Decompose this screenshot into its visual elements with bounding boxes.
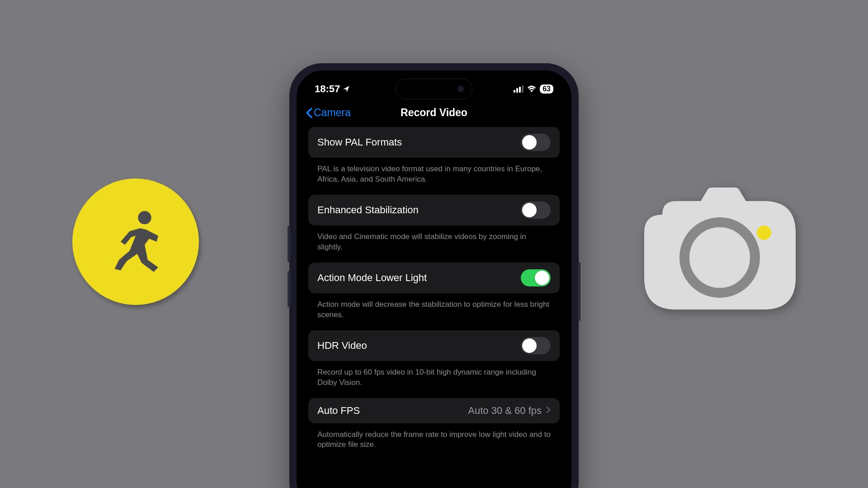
- camera-app-icon: [644, 188, 796, 310]
- svg-rect-6: [522, 85, 524, 93]
- svg-rect-5: [519, 87, 521, 93]
- volume-down-button: [288, 271, 290, 307]
- show-pal-formats-row[interactable]: Show PAL Formats: [308, 127, 560, 158]
- volume-up-button: [288, 226, 290, 262]
- wifi-icon: [527, 85, 536, 93]
- action-mode-lower-light-row[interactable]: Action Mode Lower Light: [308, 263, 560, 293]
- iphone-frame: 18:57 63: [289, 63, 579, 488]
- setting-label: Show PAL Formats: [317, 136, 402, 148]
- setting-label: Action Mode Lower Light: [317, 272, 427, 284]
- page-title: Record Video: [401, 107, 467, 119]
- setting-value: Auto 30 & 60 fps: [468, 405, 542, 417]
- hdr-video-row[interactable]: HDR Video: [308, 330, 560, 361]
- cellular-icon: [514, 85, 524, 93]
- setting-description: Automatically reduce the frame rate to i…: [300, 427, 568, 460]
- power-button: [578, 262, 580, 321]
- show-pal-formats-toggle[interactable]: [521, 134, 551, 151]
- navigation-header: Camera Record Video: [300, 102, 568, 127]
- setting-description: PAL is a television video format used in…: [300, 161, 568, 195]
- dynamic-island: [396, 79, 472, 99]
- setting-label: Enhanced Stabilization: [317, 204, 419, 216]
- action-mode-lower-light-toggle[interactable]: [521, 269, 551, 286]
- phone-screen: 18:57 63: [297, 70, 571, 488]
- auto-fps-row[interactable]: Auto FPS Auto 30 & 60 fps: [308, 398, 560, 423]
- svg-rect-4: [516, 88, 518, 93]
- enhanced-stabilization-row[interactable]: Enhanced Stabilization: [308, 195, 560, 225]
- settings-content[interactable]: Camera Record Video Show PAL Formats PAL…: [297, 102, 571, 488]
- svg-point-2: [757, 225, 771, 240]
- chevron-right-icon: [546, 405, 551, 416]
- back-button[interactable]: Camera: [306, 107, 351, 119]
- setting-description: Record up to 60 fps video in 10-bit high…: [300, 365, 568, 398]
- setting-description: Action mode will decrease the stabilizat…: [300, 297, 568, 330]
- chevron-left-icon: [306, 108, 313, 118]
- hdr-video-toggle[interactable]: [521, 337, 551, 354]
- battery-indicator: 63: [540, 84, 553, 94]
- setting-description: Video and Cinematic mode will stabilize …: [300, 229, 568, 263]
- running-person-icon: [72, 178, 199, 305]
- svg-rect-3: [514, 90, 515, 93]
- svg-point-0: [138, 211, 151, 224]
- status-time: 18:57: [315, 83, 340, 95]
- setting-label: HDR Video: [317, 340, 367, 352]
- enhanced-stabilization-toggle[interactable]: [521, 202, 551, 219]
- location-icon: [343, 85, 350, 93]
- setting-label: Auto FPS: [317, 405, 360, 417]
